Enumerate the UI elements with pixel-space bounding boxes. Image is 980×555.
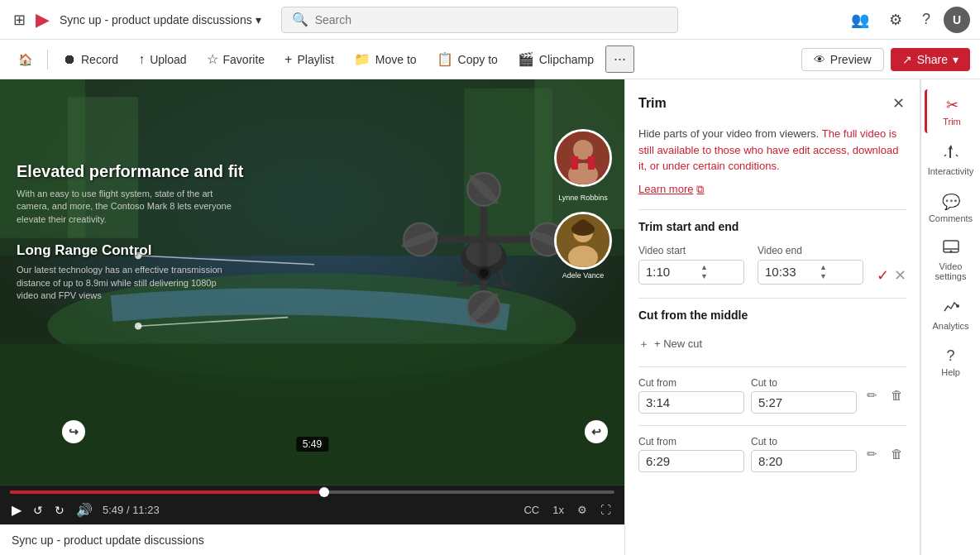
grid-icon[interactable]: ⊞	[10, 7, 29, 32]
people-icon-btn[interactable]: 👥	[844, 7, 876, 32]
copyto-label: Copy to	[458, 53, 498, 66]
favorite-button[interactable]: ☆ Favorite	[198, 48, 274, 70]
clipchamp-label: Clipchamp	[539, 53, 594, 66]
svg-rect-33	[571, 156, 578, 170]
avatar2-container: Adele Vance	[554, 212, 612, 280]
video-end-input[interactable]	[765, 265, 815, 279]
avatar2-label: Adele Vance	[554, 271, 612, 280]
clipchamp-icon: 🎬	[518, 51, 534, 67]
rewind-button[interactable]: ↺	[31, 502, 45, 519]
cut2-from-field: Cut from 6:29	[638, 436, 744, 472]
copyto-icon: 📋	[437, 51, 453, 67]
avatar1-label: Lynne Robbins	[554, 194, 612, 202]
progress-thumb[interactable]	[319, 487, 329, 497]
video-caption: Sync up - product update discussions	[0, 524, 624, 555]
video-container[interactable]: Elevated performance and fit With an eas…	[0, 79, 624, 485]
cut-entry-2: Cut from 6:29 Cut to 8:20 ✏ 🗑	[638, 436, 906, 472]
record-button[interactable]: ⏺ Record	[55, 49, 127, 70]
settings-icon-btn[interactable]: ⚙	[882, 7, 909, 32]
help-icon-btn[interactable]: ?	[915, 7, 937, 31]
analytics-icon	[943, 298, 959, 318]
trim-cancel-button[interactable]: ✕	[894, 266, 906, 285]
cut1-from-label: Cut from	[638, 377, 744, 389]
cc-button[interactable]: CC	[520, 502, 543, 518]
learn-more-link[interactable]: Learn more ⧉	[638, 183, 906, 196]
svg-point-11	[135, 323, 142, 330]
progress-bar-container[interactable]	[10, 490, 614, 494]
playlist-button[interactable]: + Playlist	[276, 49, 342, 70]
sidebar-item-video-settings[interactable]: Video settings	[925, 233, 978, 288]
preview-label: Preview	[830, 53, 872, 66]
trim-panel: Trim ✕ Hide parts of your video from vie…	[625, 79, 920, 555]
video-start-up[interactable]: ▲	[699, 264, 710, 271]
search-input[interactable]	[315, 13, 667, 26]
svg-line-26	[464, 270, 467, 285]
new-cut-button[interactable]: ＋ + New cut	[638, 332, 702, 356]
timeline-marker-end[interactable]: ↩	[585, 420, 608, 443]
trim-info: Hide parts of your video from viewers. T…	[638, 126, 906, 175]
avatar-overlay: Lynne Robbins Adele Vance	[554, 129, 612, 280]
cut-row-1: Cut from 3:14 Cut to 5:27 ✏ 🗑	[638, 377, 906, 414]
marker-end-icon: ↩	[591, 425, 601, 438]
clipchamp-button[interactable]: 🎬 Clipchamp	[509, 48, 602, 70]
new-cut-label: + New cut	[654, 337, 702, 350]
cut-entry-1: Cut from 3:14 Cut to 5:27 ✏ 🗑	[638, 377, 906, 414]
preview-button[interactable]: 👁 Preview	[801, 48, 884, 71]
progress-track[interactable]	[10, 490, 614, 494]
cut1-edit-button[interactable]: ✏	[863, 385, 881, 406]
favorite-label: Favorite	[223, 53, 265, 66]
cut2-delete-button[interactable]: 🗑	[887, 443, 906, 464]
trim-close-button[interactable]: ✕	[891, 93, 906, 114]
nav-actions: 👥 ⚙ ? U	[844, 7, 970, 33]
trim-icon-label: Trim	[943, 117, 961, 127]
video-settings-icon-label: Video settings	[928, 261, 974, 281]
trim-section-title: Trim start and end	[638, 220, 906, 233]
svg-point-44	[956, 304, 959, 308]
title-chevron-icon: ▾	[256, 13, 261, 26]
top-nav: ⊞ ▶ Sync up - product update discussions…	[0, 0, 980, 40]
speed-button[interactable]: 1x	[549, 502, 567, 518]
video-start-label: Video start	[638, 245, 744, 256]
cut1-to-value: 5:27	[751, 391, 857, 414]
video-end-up[interactable]: ▲	[818, 264, 829, 271]
toolbar-right: 👁 Preview ↗ Share ▾	[801, 48, 970, 71]
sidebar-item-analytics[interactable]: Analytics	[925, 291, 978, 337]
sidebar-item-help[interactable]: ? Help	[925, 341, 978, 384]
upload-label: Upload	[150, 53, 186, 66]
video-headline2: Long Range Control	[17, 242, 244, 259]
fullscreen-button[interactable]: ⛶	[597, 502, 614, 518]
avatar[interactable]: U	[944, 7, 970, 33]
learn-more-text: Learn more	[638, 183, 693, 195]
volume-button[interactable]: 🔊	[74, 500, 94, 519]
upload-button[interactable]: ↑ Upload	[130, 49, 194, 70]
trim-confirm-button[interactable]: ✓	[877, 266, 889, 285]
forward-button[interactable]: ↻	[53, 502, 66, 519]
share-button[interactable]: ↗ Share ▾	[891, 48, 970, 71]
time-display: 5:49 / 11:23	[103, 504, 512, 516]
video-start-down[interactable]: ▼	[699, 273, 710, 280]
app-title[interactable]: Sync up - product update discussions ▾	[60, 13, 261, 26]
play-button[interactable]: ▶	[10, 500, 23, 519]
video-end-input-row: ▲ ▼	[758, 260, 863, 285]
copyto-button[interactable]: 📋 Copy to	[428, 48, 506, 70]
video-start-spinners: ▲ ▼	[699, 264, 710, 280]
video-start-input[interactable]	[646, 265, 696, 279]
trim-icon: ✂	[946, 96, 958, 114]
cut2-edit-button[interactable]: ✏	[863, 443, 881, 465]
sidebar-item-interactivity[interactable]: Interactivity	[925, 136, 978, 183]
sidebar-item-comments[interactable]: 💬 Comments	[925, 186, 978, 230]
search-box[interactable]: 🔍	[281, 7, 678, 33]
more-button[interactable]: ···	[605, 45, 634, 73]
moveto-button[interactable]: 📁 Move to	[346, 48, 425, 70]
timeline-marker-start[interactable]: ↪	[62, 420, 85, 443]
video-start-input-row: ▲ ▼	[638, 260, 744, 285]
svg-line-27	[500, 270, 504, 285]
quality-button[interactable]: ⚙	[574, 502, 590, 518]
interactivity-icon-label: Interactivity	[928, 166, 974, 176]
icons-panel: ✂ Trim Interactivity 💬 Comments Video se…	[920, 79, 980, 555]
video-end-down[interactable]: ▼	[818, 273, 829, 280]
cut1-delete-button[interactable]: 🗑	[887, 385, 906, 405]
avatar2-circle	[554, 212, 612, 270]
sidebar-item-trim[interactable]: ✂ Trim	[925, 89, 978, 133]
home-button[interactable]: 🏠	[10, 50, 41, 69]
